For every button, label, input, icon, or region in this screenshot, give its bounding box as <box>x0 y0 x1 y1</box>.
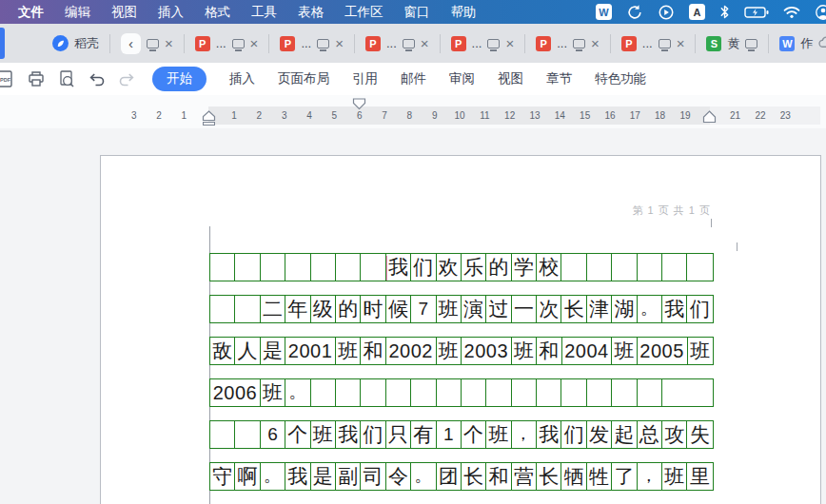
grid-cell[interactable]: 发 <box>587 421 612 448</box>
grid-cell[interactable] <box>261 254 285 281</box>
grid-cell[interactable] <box>210 254 235 281</box>
grid-cell[interactable] <box>361 254 385 281</box>
tab-back-1[interactable]: ‹× <box>112 24 182 63</box>
grid-cell[interactable]: 班 <box>261 379 285 406</box>
grid-cell[interactable] <box>587 379 612 406</box>
grid-cell[interactable]: 个 <box>462 421 486 448</box>
grid-cell[interactable] <box>235 254 260 281</box>
horizontal-ruler[interactable]: 32112345678910111213141516171819212223 <box>0 95 826 128</box>
grid-cell[interactable]: 学 <box>512 254 537 281</box>
grid-cell[interactable] <box>561 379 586 406</box>
monitor-share-icon[interactable] <box>317 39 329 48</box>
grid-cell[interactable]: 班 <box>512 338 537 364</box>
grid-cell[interactable]: 过 <box>486 296 511 322</box>
grid-cell[interactable]: 1 <box>437 421 462 448</box>
grid-cell[interactable] <box>210 296 235 322</box>
grid-cell[interactable] <box>638 254 662 281</box>
menu-item-5[interactable]: 工具 <box>241 0 287 24</box>
grid-cell[interactable]: 是 <box>261 338 285 364</box>
ribbon-tab-8[interactable]: 特色功能 <box>595 70 646 87</box>
grid-cell[interactable]: 团 <box>437 463 462 490</box>
menu-item-4[interactable]: 格式 <box>194 0 241 24</box>
grid-cell[interactable] <box>311 379 336 406</box>
pdf-export-icon[interactable]: PDF <box>0 69 15 89</box>
tab-docer-0[interactable]: 稻壳 <box>44 24 108 63</box>
grid-cell[interactable]: 班 <box>662 463 687 490</box>
grid-cell[interactable]: 副 <box>336 463 361 490</box>
monitor-share-icon[interactable] <box>403 39 415 48</box>
monitor-share-icon[interactable] <box>659 39 671 48</box>
grid-cell[interactable]: 司 <box>361 463 385 490</box>
grid-cell[interactable]: 只 <box>386 421 411 448</box>
wifi-icon[interactable] <box>783 6 800 19</box>
grid-cell[interactable]: 牺 <box>561 463 586 490</box>
grid-cell[interactable]: 有 <box>411 421 436 448</box>
menu-item-3[interactable]: 插入 <box>148 0 194 24</box>
grid-cell[interactable]: 我 <box>285 463 310 490</box>
grid-cell[interactable]: 。 <box>411 463 436 490</box>
close-tab-icon[interactable]: × <box>591 36 600 50</box>
tab-writer-9[interactable]: W作 <box>771 24 826 63</box>
grid-cell[interactable]: 牲 <box>587 463 612 490</box>
grid-cell[interactable]: ， <box>512 421 537 448</box>
grid-cell[interactable]: 我 <box>386 254 411 281</box>
grid-cell[interactable]: 6 <box>261 421 285 448</box>
grid-cell[interactable]: 们 <box>561 421 586 448</box>
grid-cell[interactable]: 。 <box>638 296 662 322</box>
close-tab-icon[interactable]: × <box>421 36 429 50</box>
grid-cell[interactable]: 人 <box>235 338 260 364</box>
grid-cell[interactable]: 次 <box>537 296 561 322</box>
grid-cell[interactable]: 我 <box>662 296 687 322</box>
grid-cell[interactable]: 乐 <box>462 254 486 281</box>
grid-cell[interactable]: 级 <box>311 296 336 322</box>
grid-cell[interactable]: 2003 <box>462 338 512 364</box>
manuscript-grid[interactable]: 我们欢乐的学校二年级的时候7班演过一次长津湖。我们敌人是2001班和2002班2… <box>209 253 714 504</box>
grid-cell[interactable]: 校 <box>537 254 561 281</box>
grid-cell[interactable]: 长 <box>537 463 561 490</box>
grid-cell[interactable]: 7 <box>411 296 436 322</box>
monitor-share-icon[interactable] <box>147 39 159 48</box>
grid-cell[interactable]: 。 <box>285 379 310 406</box>
grid-cell[interactable]: 演 <box>462 296 486 322</box>
grid-cell[interactable] <box>437 379 462 406</box>
grid-cell[interactable] <box>361 379 385 406</box>
grid-cell[interactable]: 班 <box>437 338 462 364</box>
grid-cell[interactable] <box>662 254 687 281</box>
grid-cell[interactable]: 敌 <box>210 338 235 364</box>
grid-cell[interactable]: 年 <box>285 296 310 322</box>
grid-cell[interactable]: 2001 <box>285 338 336 364</box>
monitor-share-icon[interactable] <box>487 39 500 48</box>
ribbon-tab-1[interactable]: 插入 <box>229 70 255 87</box>
grid-cell[interactable]: 二 <box>261 296 285 322</box>
grid-cell[interactable]: 津 <box>587 296 612 322</box>
grid-cell[interactable]: 湖 <box>612 296 637 322</box>
grid-cell[interactable]: 班 <box>486 421 511 448</box>
monitor-share-icon[interactable] <box>745 39 757 48</box>
menu-item-0[interactable]: 文件 <box>8 0 54 24</box>
grid-cell[interactable]: 了 <box>612 463 637 490</box>
redo-icon[interactable] <box>117 69 137 89</box>
grid-cell[interactable] <box>235 296 260 322</box>
close-tab-icon[interactable]: × <box>250 36 259 50</box>
grid-cell[interactable]: 一 <box>512 296 537 322</box>
grid-cell[interactable]: 候 <box>386 296 411 322</box>
grid-cell[interactable] <box>462 379 486 406</box>
print-icon[interactable] <box>26 69 46 89</box>
grid-cell[interactable] <box>687 254 712 281</box>
grid-cell[interactable]: 2005 <box>638 338 688 364</box>
ribbon-tab-0[interactable]: 开始 <box>152 67 206 91</box>
bluetooth-icon[interactable] <box>719 4 730 20</box>
ribbon-tab-3[interactable]: 引用 <box>352 70 378 87</box>
chevron-left-icon[interactable]: ‹ <box>121 33 141 54</box>
tab-ppt-4[interactable]: P...× <box>357 24 438 63</box>
grid-cell[interactable]: 和 <box>537 338 561 364</box>
grid-cell[interactable] <box>561 254 586 281</box>
close-tab-icon[interactable]: × <box>335 36 344 50</box>
grid-cell[interactable]: 2006 <box>210 379 261 406</box>
play-icon[interactable] <box>658 4 675 21</box>
grid-cell[interactable]: 是 <box>311 463 336 490</box>
document-viewport[interactable]: 第 1 页 共 1 页 我们欢乐的学校二年级的时候7班演过一次长津湖。我们敌人是… <box>0 128 826 504</box>
ribbon-tab-5[interactable]: 审阅 <box>449 70 475 87</box>
grid-cell[interactable] <box>537 379 561 406</box>
grid-cell[interactable] <box>662 379 687 406</box>
